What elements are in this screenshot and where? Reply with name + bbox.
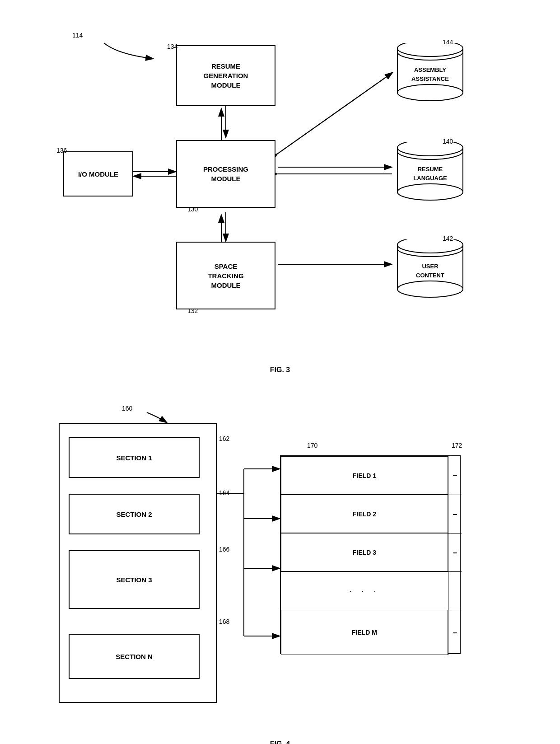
- svg-point-16: [397, 84, 463, 101]
- ref-168-label: 168: [219, 618, 229, 625]
- ref-166-label: 166: [219, 546, 229, 553]
- section3-box: SECTION 3: [69, 550, 200, 609]
- svg-point-22: [397, 184, 463, 200]
- sectionN-box: SECTION N: [69, 634, 200, 679]
- ref-130-label: 130: [187, 206, 198, 213]
- field2-box: FIELD 2: [281, 495, 448, 533]
- svg-line-10: [278, 72, 393, 154]
- fig3-caption: FIG. 3: [27, 366, 533, 374]
- field1-box: FIELD 1: [281, 456, 448, 495]
- section2-box: SECTION 2: [69, 494, 200, 534]
- user-content-label: USER CONTENT: [416, 262, 444, 280]
- ref-140-label: 140: [443, 138, 453, 145]
- fieldM-dash: –: [448, 610, 462, 655]
- resume-generation-module-box: RESUME GENERATION MODULE: [176, 45, 275, 106]
- ref-160-label: 160: [122, 405, 132, 412]
- assembly-assistance-cylinder: ASSEMBLY ASSISTANCE: [395, 43, 465, 102]
- field3-box: FIELD 3: [281, 533, 448, 571]
- resume-language-label: RESUME LANGUAGE: [413, 165, 447, 182]
- user-content-cylinder: USER CONTENT: [395, 239, 465, 298]
- resume-language-cylinder: RESUME LANGUAGE: [395, 142, 465, 201]
- ref-142-label: 142: [443, 235, 453, 242]
- field3-dash: –: [448, 533, 462, 571]
- ref-134-label: 134: [167, 43, 177, 50]
- fields-outer-box: FIELD 1 – FIELD 2 – FIELD 3 – · · · FIEL…: [280, 455, 461, 654]
- svg-line-9: [278, 72, 393, 154]
- field1-dash: –: [448, 456, 462, 495]
- ref-144-label: 144: [443, 38, 453, 46]
- ref-162-label: 162: [219, 435, 229, 442]
- ref-164-label: 164: [219, 489, 229, 496]
- io-module-box: I/O MODULE: [63, 151, 133, 197]
- ref-136-label: 136: [56, 147, 67, 154]
- assembly-label: ASSEMBLY ASSISTANCE: [411, 66, 449, 83]
- ellipsis-row: · · ·: [281, 571, 448, 610]
- svg-point-28: [397, 281, 463, 297]
- fig4-diagram: 160 SECTION 1 SECTION 2 SECTION 3 SECTIO…: [27, 392, 533, 735]
- sections-outer-box: SECTION 1 SECTION 2 SECTION 3 SECTION N: [59, 423, 217, 703]
- field2-dash: –: [448, 495, 462, 533]
- ellipsis-dash: [448, 571, 462, 610]
- fig3-diagram: 114 RESUME GENERATION MODULE 134 PROCESS…: [27, 18, 533, 361]
- space-tracking-module-box: SPACE TRACKING MODULE: [176, 242, 275, 309]
- ref-114-label: 114: [72, 32, 83, 39]
- fig4-caption: FIG. 4: [27, 740, 533, 744]
- fieldM-box: FIELD M: [281, 610, 448, 655]
- ref-132-label: 132: [187, 307, 198, 314]
- ref-170-label: 170: [307, 442, 317, 449]
- ref-172-label: 172: [452, 442, 462, 449]
- section1-box: SECTION 1: [69, 437, 200, 478]
- processing-module-box: PROCESSING MODULE: [176, 140, 275, 208]
- page: 114 RESUME GENERATION MODULE 134 PROCESS…: [0, 0, 560, 744]
